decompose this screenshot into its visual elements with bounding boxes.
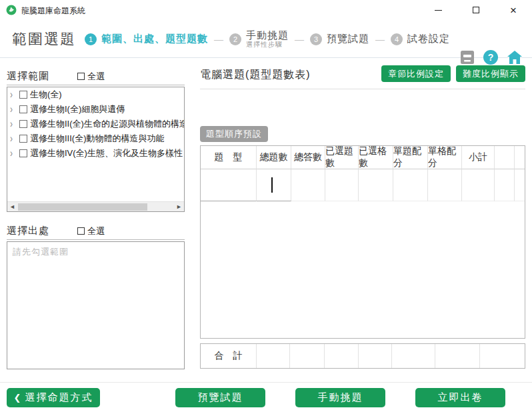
chevron-right-icon[interactable]: ›: [10, 147, 18, 159]
generate-exam-button[interactable]: 立即出卷: [415, 388, 505, 407]
question-type-table: 題 型 總題數 總答數 已選題數 已選格數 單題配分 單格配分 小計: [200, 145, 525, 339]
total-cell: [359, 344, 392, 368]
step-3-label[interactable]: 預覽試題: [327, 33, 369, 45]
total-cell: [435, 344, 480, 368]
range-select-all-label: 全選: [87, 71, 105, 83]
divider: [200, 89, 525, 89]
step-2[interactable]: 手動挑題 選擇性步驟: [246, 29, 289, 49]
cell-empty: [495, 169, 515, 201]
page-header: 範圍選題 1 範圍、出處、題型題數 — 2 手動挑題 選擇性步驟 — 3 預覽試…: [0, 20, 532, 58]
tree-checkbox[interactable]: [19, 120, 27, 128]
tree-item-label: 選修生物I(全)細胞與遺傳: [30, 103, 125, 115]
close-icon[interactable]: ×: [502, 0, 525, 20]
chevron-right-icon[interactable]: ›: [10, 103, 18, 115]
home-icon[interactable]: [507, 50, 523, 65]
tree-item[interactable]: › 選修生物II(全)生命的起源與植物體的構造: [7, 117, 184, 131]
maximize-icon[interactable]: [465, 0, 487, 20]
save-icon[interactable]: [460, 50, 475, 65]
step-4-circle[interactable]: 4: [391, 33, 403, 45]
total-cell: [325, 344, 359, 368]
col-header-selected-questions: 已選題數: [325, 146, 359, 169]
scroll-right-icon[interactable]: ►: [174, 202, 184, 212]
cell-total-answers[interactable]: [291, 169, 325, 201]
source-panel-title: 選擇出處: [7, 225, 49, 237]
source-select-all-checkbox[interactable]: [77, 227, 85, 235]
col-header-subtotal: 小計: [462, 146, 495, 169]
step-separator: —: [213, 34, 225, 45]
table-header-row: 題 型 總題數 總答數 已選題數 已選格數 單題配分 單格配分 小計: [201, 146, 525, 169]
window-title: 龍騰題庫命題系統: [21, 5, 85, 17]
tree-checkbox[interactable]: [19, 149, 27, 157]
tree-item-label: 選修生物II(全)生命的起源與植物體的構造: [30, 118, 184, 130]
tree-item-label: 選修生物IV(全)生態、演化及生物多樣性: [30, 147, 183, 159]
tree-checkbox[interactable]: [19, 105, 27, 113]
difficulty-ratio-button[interactable]: 難度比例顯示: [456, 65, 525, 82]
col-header-total-questions: 總題數: [257, 146, 291, 169]
minimize-icon[interactable]: [427, 0, 449, 20]
col-header-empty: [495, 146, 515, 169]
manual-pick-button[interactable]: 手動挑題: [295, 388, 385, 407]
tree-item-label: 選修生物III(全)動物體的構造與功能: [30, 133, 165, 145]
range-panel-header: 選擇範圍 全選: [7, 68, 185, 85]
computer-select-title: 電腦選題(題型題數表): [200, 68, 311, 82]
cell-points-per-question[interactable]: [393, 169, 428, 201]
app-logo-icon: [6, 5, 17, 15]
range-select-all-checkbox[interactable]: [77, 73, 85, 80]
source-list: 請先勾選範圍: [7, 241, 185, 369]
choose-method-back-button[interactable]: ❮ 選擇命題方式: [7, 388, 100, 407]
range-tree: › 生物(全) › 選修生物I(全)細胞與遺傳 › 選修生物II(全)生命的起源…: [7, 87, 185, 212]
step-3-circle[interactable]: 3: [310, 33, 322, 45]
cell-selected-blanks[interactable]: [359, 169, 393, 201]
scroll-left-icon[interactable]: ◄: [7, 202, 17, 212]
tree-item[interactable]: › 選修生物IV(全)生態、演化及生物多樣性: [7, 146, 184, 161]
text-caret: [271, 177, 273, 193]
total-row: 合 計: [200, 343, 525, 369]
source-panel-header: 選擇出處 全選: [7, 223, 185, 240]
back-button-label: 選擇命題方式: [25, 391, 93, 404]
step-separator: —: [374, 34, 386, 45]
scrollbar-thumb[interactable]: [18, 203, 147, 211]
help-icon[interactable]: ?: [483, 50, 498, 65]
stepper: 1 範圍、出處、題型題數 — 2 手動挑題 選擇性步驟 — 3 預覽試題 — 4…: [85, 20, 450, 58]
chevron-left-icon: ❮: [14, 393, 21, 403]
cell-subtotal[interactable]: [462, 169, 495, 201]
step-2-label: 手動挑題: [246, 29, 289, 41]
cell-selected-questions[interactable]: [325, 169, 359, 201]
range-select-all[interactable]: 全選: [77, 71, 105, 83]
type-order-badge[interactable]: 題型順序預設: [200, 126, 268, 142]
ratio-buttons: 章節比例設定 難度比例顯示: [381, 65, 525, 82]
step-2-sublabel: 選擇性步驟: [246, 41, 289, 49]
table-data-row: [201, 169, 525, 201]
col-header-points-per-blank: 單格配分: [428, 146, 462, 169]
tree-checkbox[interactable]: [19, 91, 27, 99]
tree-item[interactable]: › 生物(全): [7, 87, 184, 102]
chevron-right-icon[interactable]: ›: [10, 133, 18, 145]
tree-item-label: 生物(全): [30, 89, 62, 101]
col-header-empty: [515, 146, 525, 169]
total-label: 合 計: [201, 344, 257, 368]
step-4-label[interactable]: 試卷設定: [407, 33, 450, 45]
tree-item[interactable]: › 選修生物III(全)動物體的構造與功能: [7, 131, 184, 146]
horizontal-scrollbar[interactable]: ◄ ►: [7, 201, 184, 211]
tree-item[interactable]: › 選修生物I(全)細胞與遺傳: [7, 102, 184, 117]
step-1-label[interactable]: 範圍、出處、題型題數: [101, 33, 208, 45]
total-cell: [257, 344, 290, 368]
total-cell: [290, 344, 325, 368]
chevron-right-icon[interactable]: ›: [10, 89, 18, 101]
chapter-ratio-button[interactable]: 章節比例設定: [381, 65, 451, 82]
step-2-circle[interactable]: 2: [229, 33, 241, 45]
tree-checkbox[interactable]: [19, 135, 27, 143]
chevron-right-icon[interactable]: ›: [10, 118, 18, 130]
col-header-points-per-question: 單題配分: [393, 146, 428, 169]
total-cell: [392, 344, 435, 368]
source-select-all[interactable]: 全選: [77, 225, 105, 237]
col-header-type: 題 型: [201, 146, 257, 169]
titlebar: 龍騰題庫命題系統 ×: [0, 0, 532, 20]
source-select-all-label: 全選: [87, 225, 105, 237]
footer-divider: [0, 382, 532, 383]
cell-type[interactable]: [201, 169, 257, 201]
cell-points-per-blank[interactable]: [428, 169, 462, 201]
cell-total-questions[interactable]: [257, 169, 291, 201]
step-1-circle[interactable]: 1: [85, 33, 97, 45]
preview-questions-button[interactable]: 預覽試題: [175, 388, 265, 407]
